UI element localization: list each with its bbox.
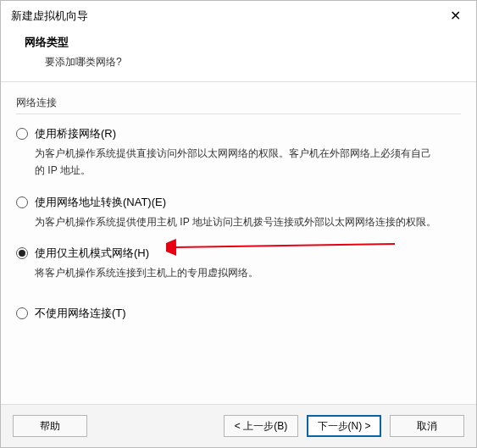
option-hostonly-label: 使用仅主机模式网络(H) <box>35 246 149 261</box>
divider <box>16 113 461 114</box>
option-hostonly-desc: 将客户机操作系统连接到主机上的专用虚拟网络。 <box>16 264 440 281</box>
titlebar: 新建虚拟机向导 ✕ <box>1 1 476 30</box>
option-nat-label: 使用网络地址转换(NAT)(E) <box>35 195 166 210</box>
option-nat-desc: 为客户机操作系统提供使用主机 IP 地址访问主机拨号连接或外部以太网网络连接的权… <box>16 213 440 230</box>
option-bridged-desc: 为客户机操作系统提供直接访问外部以太网网络的权限。客户机在外部网络上必须有自己的… <box>16 145 440 180</box>
page-subtitle: 要添加哪类网络? <box>25 55 459 69</box>
option-none-row[interactable]: 不使用网络连接(T) <box>16 306 461 321</box>
wizard-window: 新建虚拟机向导 ✕ 网络类型 要添加哪类网络? 网络连接 使用桥接网络(R) 为… <box>0 0 477 448</box>
help-button[interactable]: 帮助 <box>13 415 87 437</box>
option-none-label: 不使用网络连接(T) <box>35 306 126 321</box>
page-title: 网络类型 <box>25 35 459 50</box>
option-bridged: 使用桥接网络(R) 为客户机操作系统提供直接访问外部以太网网络的权限。客户机在外… <box>16 126 461 180</box>
option-nat: 使用网络地址转换(NAT)(E) 为客户机操作系统提供使用主机 IP 地址访问主… <box>16 195 461 230</box>
option-bridged-row[interactable]: 使用桥接网络(R) <box>16 126 461 141</box>
radio-hostonly[interactable] <box>16 247 28 259</box>
cancel-button[interactable]: 取消 <box>390 415 464 437</box>
option-hostonly: 使用仅主机模式网络(H) 将客户机操作系统连接到主机上的专用虚拟网络。 <box>16 246 461 281</box>
back-button[interactable]: < 上一步(B) <box>224 415 298 437</box>
radio-bridged[interactable] <box>16 128 28 140</box>
wizard-header: 网络类型 要添加哪类网络? <box>1 30 476 82</box>
radio-nat[interactable] <box>16 196 28 208</box>
fieldset-label: 网络连接 <box>16 96 461 110</box>
wizard-body: 网络连接 使用桥接网络(R) 为客户机操作系统提供直接访问外部以太网网络的权限。… <box>1 82 476 404</box>
option-bridged-label: 使用桥接网络(R) <box>35 126 116 141</box>
window-title: 新建虚拟机向导 <box>11 8 88 24</box>
option-hostonly-row[interactable]: 使用仅主机模式网络(H) <box>16 246 461 261</box>
close-icon[interactable]: ✕ <box>445 8 466 25</box>
wizard-footer: 帮助 < 上一步(B) 下一步(N) > 取消 <box>1 404 476 447</box>
option-none: 不使用网络连接(T) <box>16 306 461 321</box>
next-button[interactable]: 下一步(N) > <box>307 415 381 437</box>
option-nat-row[interactable]: 使用网络地址转换(NAT)(E) <box>16 195 461 210</box>
radio-none[interactable] <box>16 307 28 319</box>
